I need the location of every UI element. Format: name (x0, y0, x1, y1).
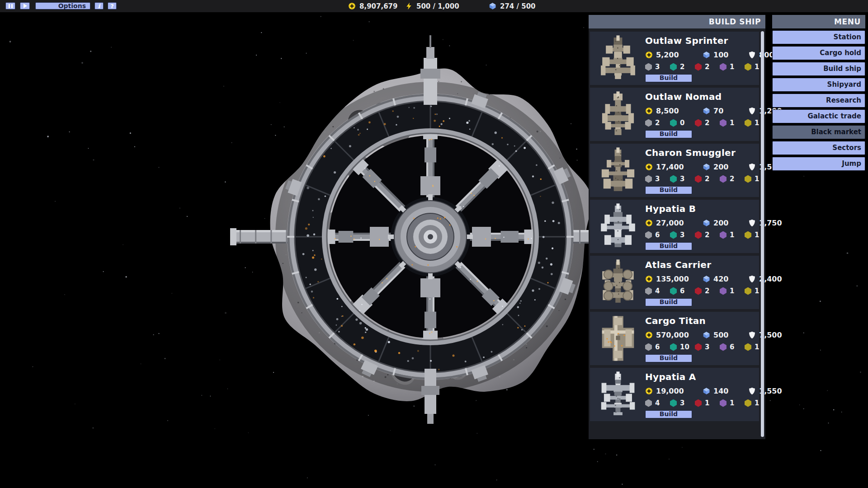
cube-icon (703, 51, 710, 59)
cube-icon (703, 331, 710, 339)
build-button[interactable]: Build (645, 130, 692, 138)
menu-item-jump[interactable]: Jump (772, 157, 865, 171)
material-gray-count: 6 (655, 231, 660, 239)
menu-item-build-ship[interactable]: Build ship (772, 62, 865, 76)
menu-item-station[interactable]: Station (772, 30, 865, 44)
material-red-icon (695, 343, 702, 351)
ship-name: Outlaw Sprinter (645, 35, 728, 46)
scrollbar (761, 31, 764, 437)
menu-item-shipyard[interactable]: Shipyard (772, 78, 865, 92)
coin-icon (348, 2, 356, 10)
material-teal-count: 10 (680, 343, 689, 351)
material-purple-count: 1 (730, 119, 734, 127)
material-gray-count: 4 (655, 399, 660, 407)
ship-entry-outlaw-nomad: Outlaw Nomad 8,500 70 1,200 2 0 2 1 1 Bu… (590, 88, 759, 141)
ship-cost-goods: 200 (713, 219, 728, 227)
ship-name: Charon Smuggler (645, 147, 736, 158)
shield-icon (748, 51, 756, 59)
coin-icon (645, 275, 653, 283)
shield-icon (748, 219, 756, 227)
ship-cost-credits: 19,000 (656, 387, 684, 395)
material-red-icon (695, 287, 702, 295)
menu-item-cargo-hold[interactable]: Cargo hold (772, 46, 865, 60)
coin-icon (645, 387, 653, 395)
menu-item-black-market[interactable]: Black market (772, 125, 865, 139)
material-purple-icon (720, 175, 726, 183)
ship-thumbnail (592, 258, 643, 307)
menu-item-galactic-trade[interactable]: Galactic trade (772, 109, 865, 123)
material-red-count: 2 (705, 119, 709, 127)
ship-thumbnail (592, 89, 643, 139)
material-gray-count: 3 (655, 175, 660, 183)
menu-header: MENU (772, 15, 865, 28)
cube-icon (489, 2, 496, 10)
ship-thumbnail (592, 145, 643, 195)
game-screen: Options i ? 8,907,679 500 / 1,000 274 / … (0, 0, 868, 488)
material-yellow-count: 1 (755, 399, 759, 407)
ship-name: Hypatia B (645, 203, 696, 214)
menu-item-research[interactable]: Research (772, 94, 865, 108)
ship-name: Cargo Titan (645, 315, 706, 326)
material-gray-icon (645, 63, 652, 71)
build-button[interactable]: Build (645, 410, 692, 418)
cube-icon (703, 387, 710, 395)
ship-cost-goods: 100 (713, 51, 728, 59)
material-purple-count: 1 (730, 399, 734, 407)
coin-icon (645, 163, 653, 171)
shield-icon (748, 107, 756, 115)
ship-materials-row: 4 6 2 1 1 (645, 286, 769, 296)
cube-icon (703, 219, 710, 227)
ship-cost-row: 5,200 100 800 (645, 50, 774, 59)
material-gray-count: 6 (655, 343, 660, 351)
build-ship-header: BUILD SHIP (589, 15, 765, 28)
material-yellow-count: 1 (755, 175, 759, 183)
material-gray-icon (645, 231, 652, 239)
material-purple-icon (720, 63, 726, 71)
cube-icon (703, 275, 710, 283)
material-yellow-count: 1 (755, 343, 759, 351)
menu-item-sectors[interactable]: Sectors (772, 141, 865, 155)
build-button[interactable]: Build (645, 298, 692, 306)
material-red-count: 2 (705, 175, 709, 183)
cube-icon (703, 107, 710, 115)
ship-cost-goods: 420 (713, 275, 728, 283)
ship-cost-credits: 8,500 (656, 107, 679, 115)
ship-thumbnail (592, 33, 643, 83)
ship-entry-hypatia-b: Hypatia B 27,000 200 1,750 6 3 2 1 1 Bui… (590, 200, 759, 253)
ship-materials-row: 6 10 3 6 1 (645, 343, 769, 352)
material-yellow-count: 1 (755, 231, 759, 239)
material-yellow-icon (745, 343, 751, 351)
material-teal-icon (670, 399, 677, 407)
cube-icon (703, 163, 710, 171)
material-yellow-icon (745, 119, 751, 127)
ship-cost-credits: 5,200 (656, 51, 679, 59)
ship-cost-credits: 135,000 (656, 275, 689, 283)
ship-thumbnail (592, 314, 643, 363)
shield-icon (748, 163, 756, 171)
build-button[interactable]: Build (645, 242, 692, 250)
material-red-icon (695, 63, 702, 71)
material-purple-count: 2 (730, 175, 734, 183)
material-purple-icon (720, 399, 726, 407)
material-purple-count: 1 (730, 287, 734, 295)
space-station-image (230, 35, 624, 424)
material-gray-count: 2 (655, 119, 660, 127)
ship-materials-row: 2 0 2 1 1 (645, 118, 769, 127)
ship-materials-row: 3 2 2 1 1 (645, 62, 769, 71)
material-gray-icon (645, 343, 652, 351)
ship-entry-atlas-carrier: Atlas Carrier 135,000 420 2,400 4 6 2 1 … (590, 256, 759, 309)
ship-name: Hypatia A (645, 371, 696, 382)
ship-cost-goods: 140 (713, 387, 728, 395)
build-button[interactable]: Build (645, 186, 692, 194)
build-button[interactable]: Build (645, 354, 692, 362)
material-gray-icon (645, 399, 652, 407)
material-gray-icon (645, 175, 652, 183)
scrollbar-thumb[interactable] (761, 31, 764, 437)
ship-name: Outlaw Nomad (645, 91, 722, 102)
ship-thumbnail (592, 202, 643, 251)
ship-entry-outlaw-sprinter: Outlaw Sprinter 5,200 100 800 3 2 2 1 1 … (590, 32, 759, 85)
shield-icon (748, 275, 756, 283)
ship-entry-cargo-titan: Cargo Titan 570,000 500 7,500 6 10 3 6 1… (590, 312, 759, 365)
ship-entry-charon-smuggler: Charon Smuggler 17,400 200 1,500 3 3 2 2… (590, 144, 759, 197)
build-button[interactable]: Build (645, 74, 692, 82)
